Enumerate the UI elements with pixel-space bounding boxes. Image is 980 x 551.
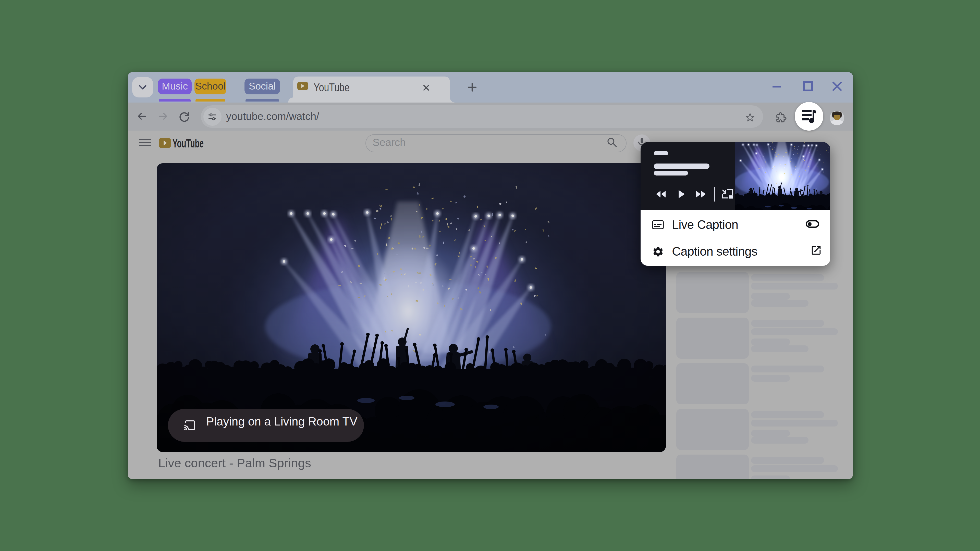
svg-text:YouTube: YouTube bbox=[172, 137, 204, 150]
svg-text:YouTube: YouTube bbox=[313, 81, 350, 94]
